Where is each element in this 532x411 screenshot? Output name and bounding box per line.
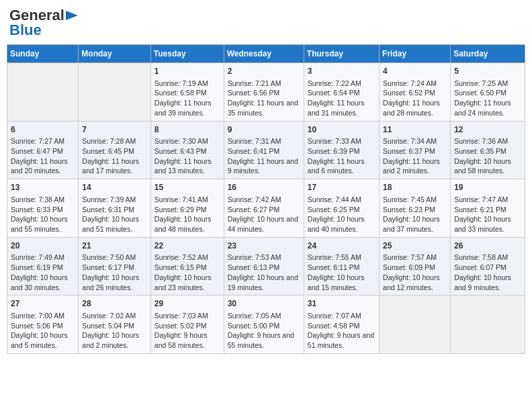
day-number: 6 (11, 124, 75, 136)
week-row-1: 1 Sunrise: 7:19 AM Sunset: 6:58 PM Dayli… (7, 63, 525, 122)
sunrise-text: Sunrise: 7:25 AM (454, 79, 508, 87)
daylight-text: Daylight: 10 hours and 44 minutes. (228, 215, 298, 233)
daylight-text: Daylight: 10 hours and 5 minutes. (11, 331, 68, 349)
daylight-text: Daylight: 11 hours and 28 minutes. (383, 99, 440, 117)
sunrise-text: Sunrise: 7:22 AM (308, 79, 361, 87)
calendar-cell: 18 Sunrise: 7:45 AM Sunset: 6:23 PM Dayl… (380, 179, 451, 238)
day-number: 31 (308, 298, 375, 310)
sunrise-text: Sunrise: 7:00 AM (11, 312, 64, 320)
calendar-cell: 19 Sunrise: 7:47 AM Sunset: 6:21 PM Dayl… (451, 179, 525, 238)
sunset-text: Sunset: 6:47 PM (11, 147, 63, 155)
day-number: 24 (308, 240, 375, 252)
day-number: 2 (228, 66, 300, 77)
sunset-text: Sunset: 6:13 PM (228, 263, 280, 271)
sunrise-text: Sunrise: 7:55 AM (308, 253, 361, 261)
daylight-text: Daylight: 10 hours and 33 minutes. (454, 215, 511, 233)
daylight-text: Daylight: 11 hours and 9 minutes. (228, 157, 298, 175)
day-number: 7 (82, 124, 146, 136)
daylight-text: Daylight: 10 hours and 2 minutes. (82, 331, 139, 349)
daylight-text: Daylight: 10 hours and 9 minutes. (454, 273, 511, 291)
sunset-text: Sunset: 6:09 PM (383, 263, 435, 271)
calendar-table: SundayMondayTuesdayWednesdayThursdayFrid… (7, 44, 525, 354)
sunset-text: Sunset: 4:58 PM (308, 322, 360, 330)
day-number: 25 (383, 240, 447, 252)
sunrise-text: Sunrise: 7:42 AM (228, 195, 281, 203)
day-number: 13 (11, 182, 75, 193)
sunrise-text: Sunrise: 7:30 AM (154, 137, 208, 145)
day-number: 26 (454, 240, 521, 252)
calendar-cell: 22 Sunrise: 7:52 AM Sunset: 6:15 PM Dayl… (150, 237, 224, 295)
calendar-cell: 7 Sunrise: 7:28 AM Sunset: 6:45 PM Dayli… (79, 121, 150, 179)
day-number: 18 (383, 182, 447, 193)
day-number: 27 (11, 298, 75, 310)
sunset-text: Sunset: 6:37 PM (383, 147, 435, 155)
day-number: 10 (308, 124, 375, 136)
daylight-text: Daylight: 11 hours and 35 minutes. (228, 99, 298, 117)
week-row-4: 20 Sunrise: 7:49 AM Sunset: 6:19 PM Dayl… (7, 237, 525, 295)
sunrise-text: Sunrise: 7:02 AM (82, 312, 136, 320)
sunrise-text: Sunrise: 7:03 AM (154, 312, 208, 320)
daylight-text: Daylight: 11 hours and 24 minutes. (454, 99, 511, 117)
sunrise-text: Sunrise: 7:50 AM (82, 253, 136, 261)
header-row: SundayMondayTuesdayWednesdayThursdayFrid… (7, 45, 525, 63)
day-number: 12 (454, 124, 521, 136)
week-row-2: 6 Sunrise: 7:27 AM Sunset: 6:47 PM Dayli… (7, 121, 525, 179)
week-row-3: 13 Sunrise: 7:38 AM Sunset: 6:33 PM Dayl… (7, 179, 525, 238)
header-day-tuesday: Tuesday (150, 45, 224, 63)
sunset-text: Sunset: 6:19 PM (11, 263, 63, 271)
day-number: 14 (82, 182, 146, 193)
sunset-text: Sunset: 6:21 PM (454, 205, 506, 214)
calendar-cell: 25 Sunrise: 7:57 AM Sunset: 6:09 PM Dayl… (380, 237, 451, 295)
sunset-text: Sunset: 6:25 PM (308, 205, 360, 214)
sunset-text: Sunset: 6:11 PM (308, 263, 360, 271)
header: General Blue (7, 7, 525, 39)
calendar-cell: 5 Sunrise: 7:25 AM Sunset: 6:50 PM Dayli… (451, 63, 525, 122)
sunrise-text: Sunrise: 7:34 AM (383, 137, 437, 145)
sunset-text: Sunset: 6:27 PM (228, 205, 280, 214)
sunset-text: Sunset: 6:58 PM (154, 89, 207, 97)
sunset-text: Sunset: 6:41 PM (228, 147, 280, 155)
calendar-cell: 11 Sunrise: 7:34 AM Sunset: 6:37 PM Dayl… (380, 121, 451, 179)
sunrise-text: Sunrise: 7:38 AM (11, 195, 64, 203)
day-number: 15 (154, 182, 220, 193)
logo-blue-text: Blue (9, 21, 42, 39)
daylight-text: Daylight: 11 hours and 39 minutes. (154, 99, 212, 117)
day-number: 3 (308, 66, 375, 77)
sunrise-text: Sunrise: 7:45 AM (383, 195, 437, 203)
calendar-cell (7, 63, 79, 122)
daylight-text: Daylight: 10 hours and 58 minutes. (454, 157, 511, 175)
daylight-text: Daylight: 11 hours and 20 minutes. (11, 157, 68, 175)
daylight-text: Daylight: 10 hours and 55 minutes. (11, 215, 68, 233)
day-number: 9 (228, 124, 300, 136)
sunset-text: Sunset: 6:31 PM (82, 205, 134, 214)
sunset-text: Sunset: 6:15 PM (154, 263, 207, 271)
sunset-text: Sunset: 5:00 PM (228, 322, 280, 330)
day-number: 11 (383, 124, 447, 136)
calendar-cell: 27 Sunrise: 7:00 AM Sunset: 5:06 PM Dayl… (7, 295, 79, 354)
calendar-cell: 16 Sunrise: 7:42 AM Sunset: 6:27 PM Dayl… (224, 179, 304, 238)
daylight-text: Daylight: 11 hours and 17 minutes. (82, 157, 139, 175)
sunrise-text: Sunrise: 7:24 AM (383, 79, 437, 87)
daylight-text: Daylight: 10 hours and 12 minutes. (383, 273, 440, 291)
sunset-text: Sunset: 6:56 PM (228, 89, 280, 97)
logo-arrow-icon (66, 11, 78, 20)
daylight-text: Daylight: 10 hours and 19 minutes. (228, 273, 298, 291)
daylight-text: Daylight: 10 hours and 15 minutes. (308, 273, 365, 291)
sunrise-text: Sunrise: 7:39 AM (82, 195, 136, 203)
calendar-cell: 15 Sunrise: 7:41 AM Sunset: 6:29 PM Dayl… (150, 179, 224, 238)
calendar-cell: 28 Sunrise: 7:02 AM Sunset: 5:04 PM Dayl… (79, 295, 150, 354)
header-day-monday: Monday (79, 45, 150, 63)
calendar-cell: 21 Sunrise: 7:50 AM Sunset: 6:17 PM Dayl… (79, 237, 150, 295)
sunrise-text: Sunrise: 7:07 AM (308, 312, 361, 320)
calendar-cell: 4 Sunrise: 7:24 AM Sunset: 6:52 PM Dayli… (380, 63, 451, 122)
calendar-cell (79, 63, 150, 122)
day-number: 16 (228, 182, 300, 193)
calendar-cell: 8 Sunrise: 7:30 AM Sunset: 6:43 PM Dayli… (150, 121, 224, 179)
sunrise-text: Sunrise: 7:19 AM (154, 79, 208, 87)
calendar-cell: 24 Sunrise: 7:55 AM Sunset: 6:11 PM Dayl… (304, 237, 379, 295)
daylight-text: Daylight: 11 hours and 2 minutes. (383, 157, 440, 175)
sunset-text: Sunset: 6:33 PM (11, 205, 63, 214)
sunset-text: Sunset: 6:35 PM (454, 147, 506, 155)
sunset-text: Sunset: 6:39 PM (308, 147, 360, 155)
day-number: 1 (154, 66, 220, 77)
